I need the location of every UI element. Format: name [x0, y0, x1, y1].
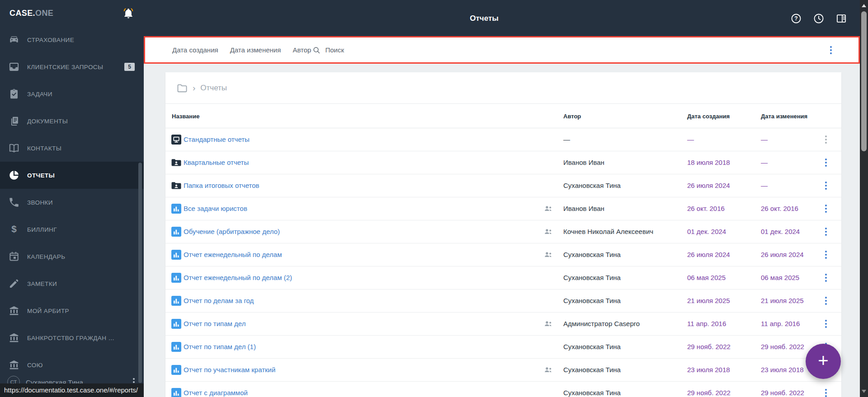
- table-row: Квартальные отчеты Иванов Иван 18 июля 2…: [165, 151, 841, 174]
- scroll-down-arrow[interactable]: [862, 390, 866, 393]
- sidebar-item-reports[interactable]: ОТЧЕТЫ: [0, 162, 144, 189]
- report-author: Администратор Casepro: [563, 313, 640, 335]
- sidebar-nav: СТРАХОВАНИЕ КЛИЕНТСКИЕ ЗАПРОСЫ 5 ЗАДАЧИ …: [0, 26, 144, 378]
- row-menu-button[interactable]: [825, 274, 827, 282]
- scrollbar-thumb[interactable]: [861, 11, 867, 151]
- row-menu-button[interactable]: [825, 205, 827, 213]
- calls-icon: [8, 196, 20, 208]
- history-icon[interactable]: [813, 13, 825, 24]
- column-name: Название: [172, 113, 199, 120]
- chevron-right-icon: ›: [193, 83, 195, 93]
- layout-icon[interactable]: [835, 13, 847, 24]
- sidebar-item-label: ЗАМЕТКИ: [27, 280, 57, 287]
- report-author: Сухановская Тина: [563, 243, 621, 266]
- report-author: Сухановская Тина: [563, 359, 621, 381]
- scroll-up-arrow[interactable]: [862, 4, 866, 7]
- report-folder-shared-icon: [171, 157, 182, 168]
- folder-icon[interactable]: [176, 82, 188, 94]
- reports-icon: [8, 169, 20, 181]
- report-modified-date: 26 июля 2024: [761, 243, 804, 266]
- report-created-date: 23 июля 2018: [687, 359, 730, 381]
- browser-scrollbar[interactable]: [860, 0, 868, 397]
- filter-button[interactable]: Дата изменения: [230, 46, 281, 54]
- report-name-link[interactable]: Все задачи юристов: [184, 197, 247, 220]
- app-logo[interactable]: CASE.ONE: [9, 9, 53, 18]
- sidebar-item-label: СОЮ: [27, 362, 43, 369]
- sidebar-item-car[interactable]: СТРАХОВАНИЕ: [0, 26, 144, 53]
- sidebar-item-calendar[interactable]: КАЛЕНДАРЬ: [0, 243, 144, 270]
- report-name-link[interactable]: Отчет по участникам краткий: [184, 359, 275, 381]
- table-row: Стандартные отчеты — — —: [165, 128, 841, 151]
- filter-button[interactable]: Автор: [292, 46, 311, 54]
- report-name-link[interactable]: Отчет по делам за год: [184, 290, 254, 312]
- report-name-link[interactable]: Обучение (арбитражное дело): [184, 220, 280, 243]
- sidebar-item-tasks[interactable]: ЗАДАЧИ: [0, 80, 144, 107]
- report-name-link[interactable]: Квартальные отчеты: [184, 151, 249, 174]
- report-created-date: 29 нояб. 2022: [687, 336, 731, 358]
- notifications-bell-icon[interactable]: [123, 7, 134, 19]
- shared-users-icon: [543, 365, 553, 375]
- notes-icon: [8, 278, 20, 290]
- table-body: Стандартные отчеты — — — Квартальные отч…: [165, 128, 841, 397]
- report-created-date: 26 окт. 2016: [687, 197, 725, 220]
- report-author: Сухановская Тина: [563, 382, 621, 397]
- report-name-link[interactable]: Стандартные отчеты: [184, 128, 250, 151]
- row-menu-button[interactable]: [825, 389, 827, 397]
- column-modified: Дата изменения: [761, 113, 807, 120]
- report-folder-shared-icon: [171, 180, 182, 191]
- row-menu-button[interactable]: [825, 135, 827, 144]
- report-name-link[interactable]: Отчет по типам дел: [184, 313, 245, 335]
- bank-icon: [8, 332, 20, 344]
- bank-icon: [8, 305, 20, 317]
- add-report-fab[interactable]: +: [806, 344, 841, 379]
- sidebar-scrollbar-thumb[interactable]: [138, 163, 142, 383]
- report-chart-icon: [171, 295, 182, 306]
- row-menu-button[interactable]: [825, 251, 827, 259]
- sidebar-item-bank[interactable]: МОЙ АРБИТР: [0, 297, 144, 324]
- logo-secondary: ONE: [35, 9, 53, 18]
- report-name-link[interactable]: Отчет еженедельный по делам (2): [184, 266, 292, 289]
- report-modified-date: 29 нояб. 2022: [761, 382, 804, 397]
- report-name-link[interactable]: Отчет по типам дел (1): [184, 336, 256, 358]
- sidebar-item-label: КОНТАКТЫ: [27, 145, 61, 152]
- report-name-link[interactable]: Папка итоговых отчетов: [184, 174, 259, 197]
- sidebar-item-inbox[interactable]: КЛИЕНТСКИЕ ЗАПРОСЫ 5: [0, 53, 144, 80]
- app-window: CASE.ONE СТРАХОВАНИЕ КЛИЕНТСКИЕ ЗАПРОСЫ …: [0, 0, 868, 397]
- sidebar-item-documents[interactable]: ДОКУМЕНТЫ: [0, 107, 144, 135]
- report-chart-icon: [171, 388, 182, 397]
- row-menu-button[interactable]: [825, 228, 827, 236]
- sidebar-item-label: МОЙ АРБИТР: [27, 308, 69, 314]
- sidebar-item-notes[interactable]: ЗАМЕТКИ: [0, 270, 144, 297]
- report-created-date: 11 апр. 2016: [687, 313, 726, 335]
- row-menu-button[interactable]: [825, 159, 827, 167]
- filter-button[interactable]: Дата создания: [172, 46, 218, 54]
- report-name-link[interactable]: Отчет с диаграммой: [184, 382, 248, 397]
- row-menu-button[interactable]: [825, 320, 827, 328]
- sidebar-item-label: КАЛЕНДАРЬ: [27, 253, 65, 260]
- sidebar-item-billing[interactable]: БИЛЛИНГ: [0, 216, 144, 243]
- contacts-icon: [8, 142, 20, 154]
- report-modified-date: 01 дек. 2024: [761, 220, 800, 243]
- row-menu-button[interactable]: [825, 297, 827, 305]
- search-input[interactable]: Поиск: [312, 46, 344, 55]
- report-author: Сухановская Тина: [563, 336, 621, 358]
- count-badge: 5: [124, 63, 135, 71]
- sidebar-item-bank[interactable]: БАНКРОТСТВО ГРАЖДАН И …: [0, 324, 144, 351]
- sidebar-item-calls[interactable]: ЗВОНКИ: [0, 189, 144, 216]
- sidebar-item-label: ДОКУМЕНТЫ: [27, 118, 68, 125]
- report-modified-date: 29 нояб. 2022: [761, 336, 804, 358]
- help-icon[interactable]: [790, 13, 802, 24]
- report-chart-icon: [171, 226, 182, 237]
- reports-card: › Отчеты Название Автор Дата создания Да…: [165, 72, 841, 397]
- report-name-link[interactable]: Отчет еженедельный по делам: [184, 243, 282, 266]
- report-modified-date: 23 июля 2018: [761, 359, 804, 381]
- sidebar-item-contacts[interactable]: КОНТАКТЫ: [0, 135, 144, 162]
- report-chart-icon: [171, 341, 182, 352]
- toolbar-menu-button[interactable]: [830, 46, 832, 54]
- report-author: Сухановская Тина: [563, 174, 621, 197]
- documents-icon: [8, 115, 20, 127]
- table-row: Отчет еженедельный по делам Сухановская …: [165, 243, 841, 266]
- report-created-date: 21 июля 2025: [687, 290, 730, 312]
- report-chart-icon: [171, 318, 182, 329]
- row-menu-button[interactable]: [825, 182, 827, 190]
